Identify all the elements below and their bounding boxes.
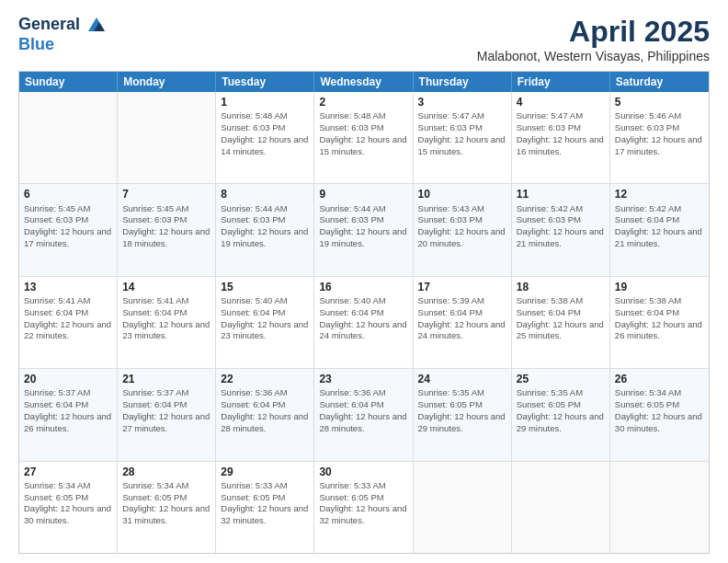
calendar-cell: 1Sunrise: 5:48 AM Sunset: 6:03 PM Daylig… — [216, 92, 314, 183]
calendar-cell: 2Sunrise: 5:48 AM Sunset: 6:03 PM Daylig… — [314, 92, 413, 183]
logo-text: General — [18, 15, 107, 35]
day-number: 7 — [122, 187, 210, 201]
calendar-row: 27Sunrise: 5:34 AM Sunset: 6:05 PM Dayli… — [19, 461, 709, 553]
calendar-cell: 6Sunrise: 5:45 AM Sunset: 6:03 PM Daylig… — [19, 184, 118, 275]
sun-info: Sunrise: 5:41 AM Sunset: 6:04 PM Dayligh… — [122, 295, 210, 340]
weekday-header: Friday — [512, 72, 610, 92]
day-number: 15 — [221, 280, 309, 294]
sun-info: Sunrise: 5:43 AM Sunset: 6:03 PM Dayligh… — [418, 203, 506, 248]
day-number: 21 — [122, 372, 210, 386]
logo: General Blue — [18, 15, 107, 54]
calendar-cell: 15Sunrise: 5:40 AM Sunset: 6:04 PM Dayli… — [216, 277, 314, 368]
weekday-header: Sunday — [19, 72, 118, 92]
day-number: 18 — [517, 280, 605, 294]
calendar-cell: 26Sunrise: 5:34 AM Sunset: 6:05 PM Dayli… — [610, 369, 709, 460]
sun-info: Sunrise: 5:35 AM Sunset: 6:05 PM Dayligh… — [517, 387, 604, 432]
sun-info: Sunrise: 5:42 AM Sunset: 6:04 PM Dayligh… — [615, 203, 702, 248]
sun-info: Sunrise: 5:33 AM Sunset: 6:05 PM Dayligh… — [221, 480, 308, 525]
day-number: 5 — [615, 95, 704, 109]
sun-info: Sunrise: 5:38 AM Sunset: 6:04 PM Dayligh… — [615, 295, 702, 340]
sun-info: Sunrise: 5:37 AM Sunset: 6:04 PM Dayligh… — [24, 387, 111, 432]
day-number: 30 — [319, 465, 407, 479]
calendar-cell: 11Sunrise: 5:42 AM Sunset: 6:03 PM Dayli… — [512, 184, 610, 275]
sun-info: Sunrise: 5:37 AM Sunset: 6:04 PM Dayligh… — [122, 387, 210, 432]
sun-info: Sunrise: 5:47 AM Sunset: 6:03 PM Dayligh… — [418, 110, 506, 155]
calendar-row: 1Sunrise: 5:48 AM Sunset: 6:03 PM Daylig… — [19, 92, 709, 183]
weekday-header: Monday — [118, 72, 216, 92]
day-number: 17 — [418, 280, 506, 294]
day-number: 26 — [615, 372, 704, 386]
sun-info: Sunrise: 5:40 AM Sunset: 6:04 PM Dayligh… — [319, 295, 406, 340]
page: General Blue April 2025 Malabonot, Weste… — [0, 0, 728, 563]
calendar-cell: 17Sunrise: 5:39 AM Sunset: 6:04 PM Dayli… — [414, 277, 512, 368]
sun-info: Sunrise: 5:48 AM Sunset: 6:03 PM Dayligh… — [319, 110, 406, 155]
sun-info: Sunrise: 5:40 AM Sunset: 6:04 PM Dayligh… — [221, 295, 308, 340]
day-number: 28 — [122, 465, 210, 479]
sun-info: Sunrise: 5:36 AM Sunset: 6:04 PM Dayligh… — [221, 387, 308, 432]
weekday-header: Tuesday — [216, 72, 314, 92]
calendar-cell: 5Sunrise: 5:46 AM Sunset: 6:03 PM Daylig… — [610, 92, 709, 183]
calendar-cell: 27Sunrise: 5:34 AM Sunset: 6:05 PM Dayli… — [19, 462, 118, 553]
calendar-cell: 9Sunrise: 5:44 AM Sunset: 6:03 PM Daylig… — [314, 184, 413, 275]
day-number: 23 — [319, 372, 407, 386]
calendar-cell: 22Sunrise: 5:36 AM Sunset: 6:04 PM Dayli… — [216, 369, 314, 460]
calendar-cell — [118, 92, 216, 183]
sun-info: Sunrise: 5:47 AM Sunset: 6:03 PM Dayligh… — [517, 110, 604, 155]
calendar-cell: 19Sunrise: 5:38 AM Sunset: 6:04 PM Dayli… — [610, 277, 709, 368]
sun-info: Sunrise: 5:38 AM Sunset: 6:04 PM Dayligh… — [517, 295, 604, 340]
calendar-cell: 12Sunrise: 5:42 AM Sunset: 6:04 PM Dayli… — [610, 184, 709, 275]
calendar-cell: 30Sunrise: 5:33 AM Sunset: 6:05 PM Dayli… — [314, 462, 413, 553]
calendar-cell: 23Sunrise: 5:36 AM Sunset: 6:04 PM Dayli… — [314, 369, 413, 460]
calendar-cell: 7Sunrise: 5:45 AM Sunset: 6:03 PM Daylig… — [118, 184, 216, 275]
day-number: 22 — [221, 372, 309, 386]
day-number: 13 — [24, 280, 112, 294]
day-number: 16 — [319, 280, 407, 294]
day-number: 27 — [24, 465, 112, 479]
day-number: 25 — [517, 372, 605, 386]
calendar-cell: 29Sunrise: 5:33 AM Sunset: 6:05 PM Dayli… — [216, 462, 314, 553]
calendar-row: 20Sunrise: 5:37 AM Sunset: 6:04 PM Dayli… — [19, 368, 709, 460]
month-title: April 2025 — [477, 15, 710, 49]
calendar-cell — [610, 462, 709, 553]
header: General Blue April 2025 Malabonot, Weste… — [18, 15, 710, 63]
day-number: 11 — [517, 187, 605, 201]
calendar-cell: 10Sunrise: 5:43 AM Sunset: 6:03 PM Dayli… — [414, 184, 512, 275]
day-number: 8 — [221, 187, 309, 201]
sun-info: Sunrise: 5:33 AM Sunset: 6:05 PM Dayligh… — [319, 480, 406, 525]
calendar-cell: 14Sunrise: 5:41 AM Sunset: 6:04 PM Dayli… — [118, 277, 216, 368]
calendar-row: 13Sunrise: 5:41 AM Sunset: 6:04 PM Dayli… — [19, 276, 709, 368]
day-number: 1 — [221, 95, 309, 109]
calendar-header: SundayMondayTuesdayWednesdayThursdayFrid… — [19, 72, 709, 92]
day-number: 20 — [24, 372, 112, 386]
sun-info: Sunrise: 5:44 AM Sunset: 6:03 PM Dayligh… — [221, 203, 308, 248]
calendar-cell: 18Sunrise: 5:38 AM Sunset: 6:04 PM Dayli… — [512, 277, 610, 368]
calendar-body: 1Sunrise: 5:48 AM Sunset: 6:03 PM Daylig… — [19, 92, 709, 553]
calendar-cell — [19, 92, 118, 183]
sun-info: Sunrise: 5:35 AM Sunset: 6:05 PM Dayligh… — [418, 387, 506, 432]
day-number: 14 — [122, 280, 210, 294]
day-number: 12 — [615, 187, 704, 201]
sun-info: Sunrise: 5:48 AM Sunset: 6:03 PM Dayligh… — [221, 110, 308, 155]
calendar: SundayMondayTuesdayWednesdayThursdayFrid… — [18, 71, 710, 554]
calendar-cell — [414, 462, 512, 553]
calendar-cell: 3Sunrise: 5:47 AM Sunset: 6:03 PM Daylig… — [414, 92, 512, 183]
calendar-cell: 4Sunrise: 5:47 AM Sunset: 6:03 PM Daylig… — [512, 92, 610, 183]
calendar-cell: 20Sunrise: 5:37 AM Sunset: 6:04 PM Dayli… — [19, 369, 118, 460]
calendar-cell: 21Sunrise: 5:37 AM Sunset: 6:04 PM Dayli… — [118, 369, 216, 460]
day-number: 9 — [319, 187, 407, 201]
logo-icon — [86, 15, 107, 35]
calendar-cell: 8Sunrise: 5:44 AM Sunset: 6:03 PM Daylig… — [216, 184, 314, 275]
calendar-cell: 25Sunrise: 5:35 AM Sunset: 6:05 PM Dayli… — [512, 369, 610, 460]
calendar-cell: 13Sunrise: 5:41 AM Sunset: 6:04 PM Dayli… — [19, 277, 118, 368]
sun-info: Sunrise: 5:34 AM Sunset: 6:05 PM Dayligh… — [615, 387, 702, 432]
day-number: 29 — [221, 465, 309, 479]
day-number: 24 — [418, 372, 506, 386]
sun-info: Sunrise: 5:34 AM Sunset: 6:05 PM Dayligh… — [122, 480, 210, 525]
weekday-header: Thursday — [414, 72, 512, 92]
day-number: 2 — [319, 95, 407, 109]
calendar-row: 6Sunrise: 5:45 AM Sunset: 6:03 PM Daylig… — [19, 183, 709, 275]
sun-info: Sunrise: 5:41 AM Sunset: 6:04 PM Dayligh… — [24, 295, 111, 340]
logo-blue: Blue — [18, 35, 107, 54]
sun-info: Sunrise: 5:45 AM Sunset: 6:03 PM Dayligh… — [24, 203, 111, 248]
sun-info: Sunrise: 5:44 AM Sunset: 6:03 PM Dayligh… — [319, 203, 406, 248]
